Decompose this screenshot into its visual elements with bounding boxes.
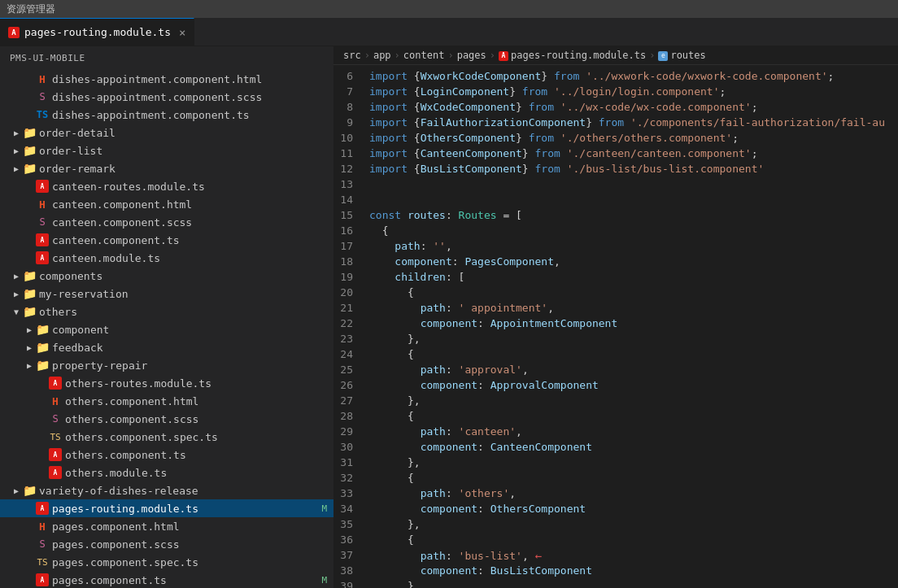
tree-item[interactable]: ▶📁components: [0, 267, 333, 285]
tab-pages-routing[interactable]: A pages-routing.module.ts ×: [0, 18, 194, 46]
line-number: 29: [333, 424, 366, 439]
line-content: component: BusListComponent: [366, 563, 898, 578]
folder-label: feedback: [52, 342, 333, 354]
line-number: 28: [333, 408, 366, 424]
tree-item[interactable]: Hpages.component.html: [0, 517, 333, 535]
breadcrumb-item: app: [373, 50, 391, 61]
tab-close-button[interactable]: ×: [179, 27, 185, 38]
line-content: import {WxworkCodeComponent} from '../wx…: [366, 68, 898, 84]
line-content: },: [366, 455, 898, 470]
file-label: canteen.component.scss: [52, 216, 333, 229]
tree-item[interactable]: Spages.component.scss: [0, 535, 333, 553]
tab-bar: A pages-routing.module.ts ×: [0, 18, 898, 46]
line-number: 25: [333, 362, 366, 377]
tree-item[interactable]: Hothers.component.html: [0, 392, 333, 410]
line-content: },: [366, 393, 898, 408]
tree-item[interactable]: ▶📁my-reservation: [0, 285, 333, 303]
tree-item[interactable]: Aothers.module.ts: [0, 464, 333, 481]
file-label: others-routes.module.ts: [65, 377, 333, 390]
breadcrumb: src › app › content › pages › Apages-rou…: [333, 46, 898, 65]
code-line: 24 {: [333, 346, 898, 362]
spec-icon: TS: [36, 555, 49, 568]
code-line: 36 {: [333, 532, 898, 547]
angular-icon: A: [8, 27, 20, 38]
folder-label: my-reservation: [39, 288, 333, 300]
tree-item[interactable]: ▼📁others: [0, 303, 333, 320]
code-line: 14: [333, 192, 898, 207]
tree-item[interactable]: ▶📁order-remark: [0, 159, 333, 177]
code-line: 31 },: [333, 455, 898, 470]
breadcrumb-item: Apages-routing.module.ts: [499, 50, 646, 61]
file-label: others.component.scss: [65, 413, 333, 425]
breadcrumb-text: content: [403, 50, 445, 61]
folder-icon: 📁: [23, 126, 36, 139]
code-line: 6import {WxworkCodeComponent} from '../w…: [333, 68, 898, 84]
line-content: [366, 176, 898, 192]
tree-item[interactable]: TSothers.component.spec.ts: [0, 428, 333, 446]
line-content: children: [: [366, 269, 898, 285]
code-line: 38 component: BusListComponent: [333, 563, 898, 578]
breadcrumb-text: app: [373, 50, 391, 61]
tree-item[interactable]: ▶📁variety-of-dishes-release: [0, 481, 333, 499]
tree-item[interactable]: TSpages.component.spec.ts: [0, 553, 333, 571]
tree-item[interactable]: ▶📁property-repair: [0, 356, 333, 374]
tree-item[interactable]: Acanteen.component.ts: [0, 231, 333, 249]
code-editor[interactable]: 6import {WxworkCodeComponent} from '../w…: [333, 65, 898, 588]
line-content: import {WxCodeComponent} from '../wx-cod…: [366, 99, 898, 115]
line-content: import {BusListComponent} from './bus-li…: [366, 161, 898, 176]
sidebar-title: PMS-UI-MOBILE: [0, 46, 333, 70]
code-line: 26 component: ApprovalComponent: [333, 377, 898, 393]
breadcrumb-separator: ›: [447, 50, 453, 61]
tree-item[interactable]: Hdishes-appointment.component.html: [0, 70, 333, 88]
tree-item[interactable]: Hcanteen.component.html: [0, 195, 333, 213]
folder-label: property-repair: [52, 359, 333, 372]
line-number: 9: [333, 115, 366, 130]
breadcrumb-separator: ›: [649, 50, 655, 61]
line-content: path: 'canteen',: [366, 424, 898, 439]
tree-item[interactable]: ▶📁order-list: [0, 142, 333, 159]
file-label: canteen.module.ts: [52, 252, 333, 264]
sidebar-tree[interactable]: Hdishes-appointment.component.htmlSdishe…: [0, 70, 333, 588]
code-line: 30 component: CanteenComponent: [333, 439, 898, 455]
breadcrumb-separator: ›: [364, 50, 370, 61]
tree-item[interactable]: Scanteen.component.scss: [0, 213, 333, 231]
line-content: },: [366, 516, 898, 532]
code-line: 12import {BusListComponent} from './bus-…: [333, 161, 898, 176]
tree-item[interactable]: Aothers.component.ts: [0, 446, 333, 464]
line-content: import {LoginComponent} from '../login/l…: [366, 84, 898, 99]
scss-icon: S: [36, 90, 49, 103]
line-number: 24: [333, 346, 366, 362]
line-number: 8: [333, 99, 366, 115]
tree-item[interactable]: Sdishes-appointment.component.scss: [0, 88, 333, 106]
line-content: },: [366, 331, 898, 346]
folder-label: others: [39, 306, 333, 318]
breadcrumb-item: pages: [457, 50, 486, 61]
tree-item[interactable]: Aothers-routes.module.ts: [0, 374, 333, 392]
tree-item[interactable]: Sothers.component.scss: [0, 410, 333, 428]
code-line: 25 path: 'approval',: [333, 362, 898, 377]
file-label: pages.component.html: [52, 520, 333, 533]
tree-item[interactable]: TSdishes-appointment.component.ts: [0, 106, 333, 124]
folder-arrow: ▶: [23, 361, 36, 370]
tree-item[interactable]: ▶📁component: [0, 320, 333, 338]
breadcrumb-separator: ›: [395, 50, 400, 61]
tree-item[interactable]: Apages.component.tsM: [0, 571, 333, 588]
folder-arrow: ▶: [10, 272, 23, 281]
code-line: 19 children: [: [333, 269, 898, 285]
line-number: 12: [333, 161, 366, 176]
tree-item[interactable]: Apages-routing.module.tsM: [0, 499, 333, 517]
line-number: 18: [333, 254, 366, 269]
line-content: component: PagesComponent,: [366, 254, 898, 269]
angular-icon: A: [36, 573, 49, 586]
folder-arrow: ▶: [10, 128, 23, 137]
line-content: {: [366, 532, 898, 547]
tree-item[interactable]: ▶📁order-detail: [0, 124, 333, 142]
line-number: 37: [333, 547, 366, 563]
tree-item[interactable]: Acanteen.module.ts: [0, 249, 333, 267]
line-number: 11: [333, 146, 366, 161]
folder-arrow: ▶: [10, 164, 23, 173]
breadcrumb-item: src: [343, 50, 361, 61]
scss-icon: S: [49, 412, 62, 425]
tree-item[interactable]: ▶📁feedback: [0, 338, 333, 356]
tree-item[interactable]: Acanteen-routes.module.ts: [0, 177, 333, 195]
